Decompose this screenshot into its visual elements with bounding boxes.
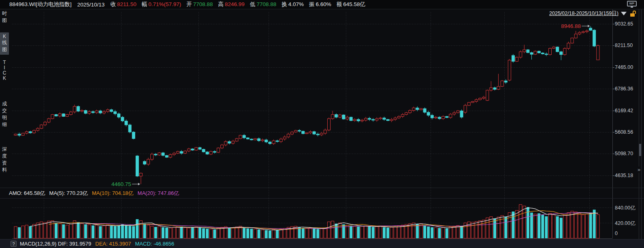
panel-divider (0, 188, 644, 188)
price-axis-label: 4635.18 (615, 173, 633, 178)
wp-monitor-icon[interactable]: WP (627, 1, 637, 8)
expand-panel-button[interactable]: » (637, 167, 641, 173)
help-icon[interactable]: ? (11, 241, 17, 247)
right-rail (641, 9, 642, 248)
macd-field: DEA: 415.3907 (95, 241, 131, 247)
price-axis-label: 5608.56 (615, 129, 633, 135)
macd-field: MACD(12,26,9) DIF: 391.9579 (20, 241, 91, 247)
unlock-icon[interactable] (630, 11, 636, 17)
macd-fields: MACD(12,26,9) DIF: 391.9579DEA: 415.3907… (20, 241, 178, 247)
right-rail (639, 9, 639, 248)
macd-field: MACD: -46.8656 (135, 241, 175, 247)
quote-field: 收8211.50 (110, 1, 136, 8)
date-range-bar: 2025/02/18-2025/10/13(159日) (549, 10, 636, 17)
quote-field: 开7708.88 (186, 1, 213, 8)
quote-field: 振6.60% (309, 1, 331, 8)
volume-bars (14, 205, 599, 238)
volume-axis-label: 840.00亿 (615, 205, 635, 212)
volume-legend-field: MA(20): 747.86亿 (138, 190, 179, 197)
left-tab-sidebar: 分时图K线图TICK成交明细深度资料 (0, 0, 9, 248)
symbol-title: 884963.WI[动力电池指数] (9, 1, 72, 8)
scrollbar-thumb[interactable] (639, 144, 641, 156)
candles (14, 26, 599, 184)
trade-date: 2025/10/13 (77, 2, 105, 8)
date-range-selector[interactable]: 2025/02/18-2025/10/13(159日) (549, 10, 618, 17)
quote-field: 低7708.88 (250, 1, 276, 8)
quote-field: 换4.07% (281, 1, 304, 8)
sidebar-item-2[interactable]: K线图 (0, 32, 9, 55)
price-axis-label: 6169.42 (615, 108, 633, 113)
quote-field: 额645.58亿 (337, 1, 365, 8)
top-info-bar: 884963.WI[动力电池指数] 2025/10/13 收8211.50幅0.… (0, 0, 644, 9)
volume-legend-field: MA(10): 704.18亿 (92, 190, 134, 197)
svg-text:8946.88: 8946.88 (561, 23, 581, 29)
chevron-down-icon[interactable] (621, 12, 627, 15)
price-annotations: 8946.884460.75 (111, 23, 590, 187)
volume-legend-field: AMO: 645.58亿 (9, 190, 45, 197)
price-axis-label: 7465.00 (615, 64, 633, 70)
quote-fields: 收8211.50幅0.71%(57.97)开7708.88高8246.99低77… (110, 1, 371, 8)
quote-field: 幅0.71%(57.97) (142, 1, 181, 8)
volume-legend-field: MA(5): 770.23亿 (49, 190, 88, 197)
panel-divider (0, 198, 644, 199)
volume-legend-row: AMO: 645.58亿MA(5): 770.23亿MA(10): 704.18… (9, 189, 183, 197)
volume-axis-label: 420.00亿 (615, 220, 635, 227)
sidebar-item-5[interactable]: 深度资料 (0, 146, 9, 173)
app-window: { "header": { "symbol": "884963.WI[动力电池指… (0, 0, 644, 248)
svg-text:4460.75: 4460.75 (111, 181, 131, 187)
volume-axis-label: 0 (615, 231, 618, 236)
price-axis-label: 6786.36 (615, 86, 633, 92)
price-axis-label: 9032.65 (615, 21, 633, 27)
price-axis-label: 5098.70 (615, 151, 633, 156)
price-axis-label: 8211.50 (615, 43, 633, 48)
sidebar-item-4[interactable]: 成交明细 (0, 100, 9, 128)
quote-field: 高8246.99 (218, 1, 245, 8)
kline-chart[interactable]: 8946.884460.75 (0, 0, 644, 248)
macd-status-bar: ? MACD(12,26,9) DIF: 391.9579DEA: 415.39… (0, 239, 644, 248)
sidebar-item-3[interactable]: TICK (0, 60, 9, 81)
